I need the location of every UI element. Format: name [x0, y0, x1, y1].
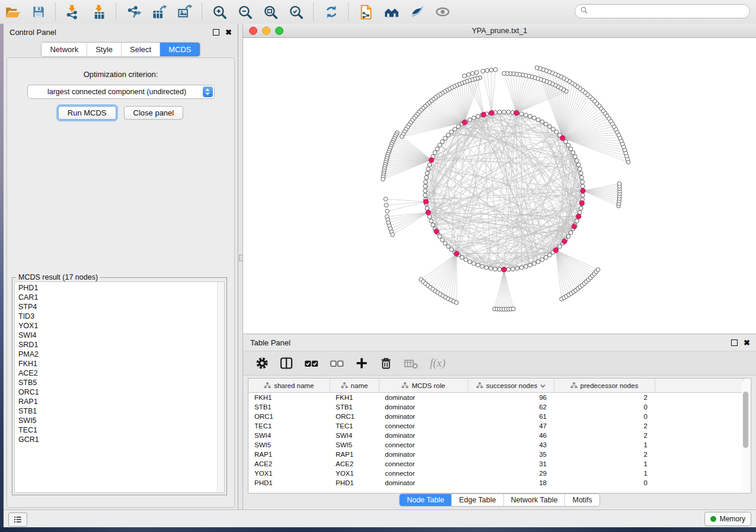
optimization-criterion-select[interactable]: largest connected component (undirected)	[27, 85, 215, 99]
tab-motifs[interactable]: Motifs	[564, 494, 599, 506]
tab-style[interactable]: Style	[87, 43, 121, 56]
column-header-MCDS-role[interactable]: MCDS role	[379, 379, 468, 393]
split-panel-icon[interactable]	[279, 356, 294, 370]
function-builder-icon[interactable]: f(x)	[429, 355, 454, 371]
search-box[interactable]	[575, 4, 750, 18]
result-node-item[interactable]: YOX1	[18, 321, 216, 331]
tab-network[interactable]: Network	[42, 43, 87, 56]
sort-descending-icon	[540, 382, 546, 389]
result-node-item[interactable]: RAP1	[18, 397, 216, 406]
table-row[interactable]: SWI4SWI4dominator462	[248, 431, 744, 440]
memory-label: Memory	[720, 515, 745, 523]
svg-text:f(x): f(x)	[430, 357, 445, 370]
close-table-panel-icon[interactable]: ✖	[744, 339, 750, 347]
select-all-icon[interactable]	[304, 355, 319, 371]
refresh-icon[interactable]	[323, 4, 339, 20]
add-icon[interactable]	[355, 356, 369, 370]
column-header-shared-name[interactable]: shared name	[248, 379, 330, 393]
status-bar: Memory	[4, 509, 756, 527]
table-row[interactable]: TEC1TEC1connector472	[248, 421, 744, 431]
table-scrollbar[interactable]	[742, 381, 749, 491]
save-session-icon[interactable]	[30, 4, 46, 20]
import-network-icon[interactable]	[65, 4, 81, 20]
result-node-item[interactable]: PHD1	[18, 283, 216, 293]
settings-icon[interactable]	[255, 356, 269, 370]
float-panel-icon[interactable]	[213, 29, 219, 36]
toolbar-separator	[202, 3, 203, 21]
deselect-all-icon[interactable]	[329, 355, 344, 371]
result-node-item[interactable]: CAR1	[18, 293, 216, 302]
hide-details-icon[interactable]	[409, 4, 425, 20]
result-node-item[interactable]: TEC1	[18, 425, 216, 435]
result-list-scrollbar[interactable]	[217, 282, 224, 492]
result-node-item[interactable]: SWI4	[18, 331, 216, 340]
tab-edge-table[interactable]: Edge Table	[451, 494, 503, 506]
table-row[interactable]: PHD1PHD1dominator180	[248, 478, 744, 488]
result-node-item[interactable]: PMA2	[18, 350, 216, 359]
toolbar-separator	[55, 3, 56, 21]
close-panel-icon[interactable]: ✖	[225, 28, 232, 36]
float-table-panel-icon[interactable]	[731, 339, 738, 346]
memory-button[interactable]: Memory	[704, 512, 751, 526]
network-window-titlebar[interactable]: YPA_prune.txt_1	[243, 24, 756, 38]
result-node-item[interactable]: GCR1	[18, 435, 216, 444]
tab-network-table[interactable]: Network Table	[503, 494, 565, 506]
table-scrollbar-thumb[interactable]	[743, 392, 748, 448]
table-row[interactable]: FKH1FKH1dominator962	[248, 393, 744, 403]
delete-table-icon[interactable]	[403, 355, 419, 371]
control-panel-tabs: NetworkStyleSelectMCDS	[41, 42, 200, 57]
open-network-file-icon[interactable]	[358, 4, 374, 20]
task-history-button[interactable]	[8, 512, 27, 527]
delete-icon[interactable]	[379, 356, 393, 370]
table-panel-header: Table Panel ✖	[243, 334, 756, 351]
result-node-item[interactable]: TID3	[18, 312, 216, 321]
result-node-item[interactable]: ACE2	[18, 368, 216, 378]
run-mcds-button[interactable]: Run MCDS	[58, 106, 116, 120]
table-row[interactable]: STB1STB1dominator620	[248, 402, 744, 412]
tab-mcds[interactable]: MCDS	[160, 43, 199, 56]
column-header-predecessor-nodes[interactable]: predecessor nodes	[554, 379, 655, 393]
mcds-result-groupbox: MCDS result (17 nodes) PHD1CAR1STP4TID3Y…	[12, 277, 227, 495]
import-table-icon[interactable]	[91, 4, 107, 20]
node-table: shared namenameMCDS rolesuccessor nodesp…	[248, 379, 744, 488]
result-node-item[interactable]: ORC1	[18, 387, 216, 397]
close-panel-button[interactable]: Close panel	[124, 106, 184, 120]
show-details-icon[interactable]	[435, 4, 451, 20]
tab-node-table[interactable]: Node Table	[400, 494, 451, 506]
mcds-result-list[interactable]: PHD1CAR1STP4TID3YOX1SWI4SRD1PMA2FKH1ACE2…	[14, 281, 225, 493]
export-image-icon[interactable]	[177, 4, 193, 20]
result-node-item[interactable]: SRD1	[18, 340, 216, 350]
toolbar-separator	[116, 3, 117, 21]
export-table-icon[interactable]	[151, 4, 167, 20]
table-row[interactable]: RAP1RAP1dominator352	[248, 450, 744, 459]
result-node-item[interactable]: FKH1	[18, 359, 216, 368]
zoom-fit-icon[interactable]	[263, 4, 279, 20]
column-header-successor-nodes[interactable]: successor nodes	[468, 379, 554, 393]
table-row[interactable]: YOX1YOX1connector291	[248, 469, 744, 478]
zoom-selected-icon[interactable]	[288, 4, 304, 20]
table-tabs: Node TableEdge TableNetwork TableMotifs	[399, 493, 600, 507]
network-canvas[interactable]	[243, 38, 756, 334]
column-header-name[interactable]: name	[330, 379, 379, 393]
table-panel-title: Table Panel	[250, 338, 291, 347]
result-node-item[interactable]: SWI5	[18, 416, 216, 425]
table-row[interactable]: ORC1ORC1dominator610	[248, 412, 744, 421]
panel-divider[interactable]	[238, 24, 243, 509]
zoom-in-icon[interactable]	[212, 4, 228, 20]
desktop-wallpaper-bottom	[0, 527, 756, 532]
node-table-container: shared namenameMCDS rolesuccessor nodesp…	[248, 378, 751, 493]
optimization-criterion-label: Optimization criterion:	[7, 70, 234, 79]
mcds-result-title: MCDS result (17 nodes)	[16, 273, 100, 281]
result-node-item[interactable]: STB1	[18, 406, 216, 416]
table-row[interactable]: SWI5SWI5connector431	[248, 440, 744, 450]
select-stepper-icon	[203, 86, 213, 97]
result-node-item[interactable]: STB5	[18, 378, 216, 387]
tab-select[interactable]: Select	[121, 43, 160, 56]
export-network-icon[interactable]	[126, 4, 142, 20]
table-row[interactable]: ACE2ACE2connector311	[248, 459, 744, 469]
zoom-out-icon[interactable]	[237, 4, 253, 20]
open-session-icon[interactable]	[5, 4, 21, 20]
result-node-item[interactable]: STP4	[18, 302, 216, 312]
search-input[interactable]	[588, 5, 749, 17]
show-all-networks-icon[interactable]	[384, 4, 400, 20]
